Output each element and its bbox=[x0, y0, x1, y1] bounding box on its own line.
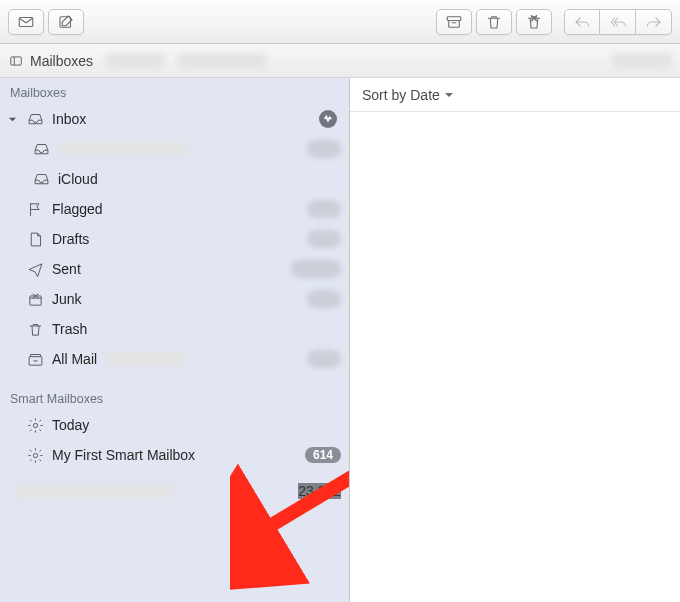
svg-point-7 bbox=[33, 423, 37, 427]
forward-button[interactable] bbox=[636, 9, 672, 35]
sidebar-item-flagged[interactable]: Flagged bbox=[0, 194, 349, 224]
count-badge-blurred bbox=[307, 140, 341, 158]
chevron-down-icon bbox=[444, 90, 454, 100]
reply-icon bbox=[573, 13, 591, 31]
count-badge-blurred bbox=[307, 230, 341, 248]
svg-point-8 bbox=[33, 453, 37, 457]
count-badge: 23,212 bbox=[298, 483, 341, 499]
sidebar-item-blurred[interactable]: 23,212 bbox=[0, 476, 349, 506]
blurred-favorite bbox=[105, 53, 165, 69]
trash-icon bbox=[485, 13, 503, 31]
count-badge-blurred bbox=[307, 200, 341, 218]
reply-all-button[interactable] bbox=[600, 9, 636, 35]
junk-box-icon bbox=[24, 291, 46, 308]
sidebar-item-sent[interactable]: Sent bbox=[0, 254, 349, 284]
sidebar-item-label: Trash bbox=[52, 321, 91, 337]
sidebar-item-junk[interactable]: Junk bbox=[0, 284, 349, 314]
count-badge-blurred bbox=[291, 260, 341, 278]
sidebar-item-label: Inbox bbox=[52, 111, 90, 127]
svg-rect-0 bbox=[19, 17, 33, 26]
allmail-icon bbox=[24, 351, 46, 368]
sidebar-item-account[interactable] bbox=[0, 134, 349, 164]
tray-icon bbox=[30, 141, 52, 158]
forward-icon bbox=[645, 13, 663, 31]
count-badge-blurred bbox=[307, 350, 341, 368]
favorites-mailboxes-button[interactable]: Mailboxes bbox=[8, 53, 93, 69]
sidebar-item-label: Junk bbox=[52, 291, 86, 307]
blurred-favorite bbox=[612, 53, 672, 69]
favorites-bar: Mailboxes bbox=[0, 44, 680, 78]
smart-mailbox-today[interactable]: Today bbox=[0, 410, 349, 440]
svg-rect-3 bbox=[11, 56, 22, 64]
favorites-mailboxes-label: Mailboxes bbox=[30, 53, 93, 69]
gear-icon bbox=[24, 417, 46, 434]
section-header-smart-mailboxes: Smart Mailboxes bbox=[0, 384, 349, 410]
reply-all-icon bbox=[609, 13, 627, 31]
trash-folder-icon bbox=[24, 321, 46, 338]
sidebar-item-label: Flagged bbox=[52, 201, 107, 217]
sidebar-item-icloud[interactable]: iCloud bbox=[0, 164, 349, 194]
svg-rect-2 bbox=[447, 16, 461, 20]
reply-button[interactable] bbox=[564, 9, 600, 35]
sidebar-item-label: All Mail bbox=[52, 351, 101, 367]
main-body: Mailboxes Inbox iCloud Flagged bbox=[0, 78, 680, 602]
inbox-icon bbox=[24, 111, 46, 128]
smart-mailbox-my-first[interactable]: My First Smart Mailbox 614 bbox=[0, 440, 349, 470]
section-header-mailboxes: Mailboxes bbox=[0, 78, 349, 104]
sidebar-item-label: Sent bbox=[52, 261, 85, 277]
delete-button[interactable] bbox=[476, 9, 512, 35]
disclosure-triangle-icon[interactable] bbox=[6, 115, 18, 124]
sidebar-item-label: My First Smart Mailbox bbox=[52, 447, 199, 463]
sort-control[interactable]: Sort by Date bbox=[350, 78, 680, 112]
archive-button[interactable] bbox=[436, 9, 472, 35]
sidebar-item-drafts[interactable]: Drafts bbox=[0, 224, 349, 254]
tray-icon bbox=[30, 171, 52, 188]
sidebar: Mailboxes Inbox iCloud Flagged bbox=[0, 78, 350, 602]
sidebar-item-trash[interactable]: Trash bbox=[0, 314, 349, 344]
flag-icon bbox=[24, 201, 46, 218]
count-badge-blurred bbox=[307, 290, 341, 308]
sent-icon bbox=[24, 261, 46, 278]
drafts-icon bbox=[24, 231, 46, 248]
blurred-favorite bbox=[177, 53, 267, 69]
sidebar-toggle-icon bbox=[8, 54, 24, 68]
gear-icon bbox=[24, 447, 46, 464]
archive-icon bbox=[445, 13, 463, 31]
compose-icon bbox=[57, 13, 75, 31]
sidebar-item-label: Drafts bbox=[52, 231, 93, 247]
junk-icon bbox=[525, 13, 543, 31]
sidebar-item-all-mail[interactable]: All Mail bbox=[0, 344, 349, 374]
sidebar-item-inbox[interactable]: Inbox bbox=[0, 104, 349, 134]
sidebar-item-label: iCloud bbox=[58, 171, 102, 187]
envelope-icon bbox=[17, 13, 35, 31]
sort-label: Sort by Date bbox=[362, 87, 440, 103]
account-activity-icon bbox=[319, 110, 337, 128]
sidebar-item-label: Today bbox=[52, 417, 93, 433]
get-mail-button[interactable] bbox=[8, 9, 44, 35]
count-badge: 614 bbox=[305, 447, 341, 463]
toolbar bbox=[0, 0, 680, 44]
svg-rect-5 bbox=[29, 295, 40, 304]
mark-junk-button[interactable] bbox=[516, 9, 552, 35]
compose-button[interactable] bbox=[48, 9, 84, 35]
message-list-pane: Sort by Date bbox=[350, 78, 680, 602]
